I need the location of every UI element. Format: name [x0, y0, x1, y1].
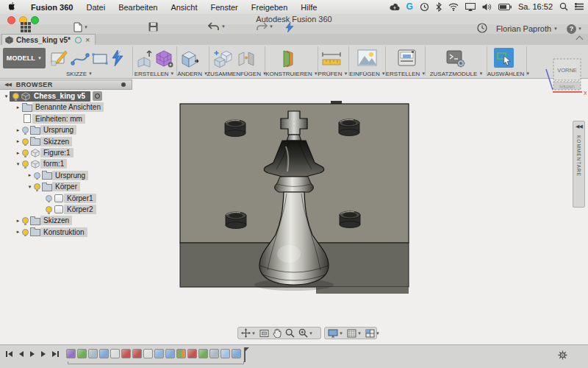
expand-triangle-icon[interactable]: ▾ — [15, 161, 21, 167]
menu-item-bearbeiten[interactable]: Bearbeiten — [112, 3, 164, 12]
timeline-feature-revolve[interactable] — [187, 349, 197, 358]
expand-triangle-icon[interactable]: ▸ — [15, 218, 21, 224]
browser-panel-header[interactable]: ◀◀ BROWSER — [0, 79, 132, 90]
timeline-feature-extrude[interactable] — [209, 349, 219, 358]
apple-menu-icon[interactable] — [9, 2, 17, 12]
expand-triangle-icon[interactable]: ▸ — [15, 127, 21, 133]
browser-item-figure-1[interactable]: ▸Figure:1 — [15, 147, 74, 158]
job-status-icon[interactable] — [477, 23, 487, 35]
visibility-bulb-icon[interactable] — [22, 217, 29, 224]
menu-item-fusion-360[interactable]: Fusion 360 — [24, 3, 79, 12]
timeline-feature-sketch[interactable] — [77, 349, 87, 358]
browser-item-chess_king-v5[interactable]: ▾Chess_king v5 — [3, 91, 102, 102]
timeline-go-end-button[interactable] — [52, 351, 59, 357]
logitech-g-icon[interactable]: G — [406, 2, 413, 11]
timeline-feature-extrude[interactable] — [88, 349, 98, 358]
select-tool-icon[interactable] — [494, 48, 514, 68]
wifi-icon[interactable] — [448, 3, 459, 11]
viewports-button[interactable]: ▼ — [365, 329, 380, 338]
timeline-feature-fillet[interactable] — [220, 349, 230, 358]
timeline-feature-mirror[interactable] — [176, 349, 186, 358]
undo-button[interactable]: ▼ — [208, 22, 226, 31]
browser-item-ursprung[interactable]: ▸Ursprung — [26, 170, 88, 181]
browser-item-skizzen[interactable]: ▸Skizzen — [15, 215, 72, 226]
zoom-button[interactable] — [285, 328, 295, 338]
redo-button[interactable]: ▼ — [256, 22, 273, 31]
form-icon[interactable] — [154, 49, 173, 71]
dropbox-cloud-icon[interactable] — [390, 3, 400, 11]
timeline-feature-sketch-red[interactable] — [132, 349, 142, 358]
timeline-position-marker[interactable] — [242, 347, 248, 362]
browser-item-körper1[interactable]: Körper1 — [38, 193, 96, 204]
timeline-feature-box[interactable] — [143, 349, 153, 358]
group-skizze[interactable]: SKIZZE▼ — [54, 70, 104, 77]
browser-item-körper2[interactable]: Körper2 — [38, 204, 96, 215]
addins-icon[interactable] — [445, 49, 466, 71]
battery-icon[interactable] — [498, 4, 512, 10]
expand-triangle-icon[interactable]: ▾ — [26, 184, 33, 190]
data-panel-button[interactable] — [21, 22, 31, 32]
timeline-feature-form[interactable] — [66, 349, 76, 358]
joint-icon[interactable] — [237, 49, 256, 71]
rectangle-tool-icon[interactable] — [91, 52, 109, 69]
measure-icon[interactable] — [320, 51, 343, 70]
group-zusatzmodule[interactable]: ZUSATZMODULE▼ — [429, 70, 484, 77]
user-menu[interactable]: Florian Paproth▼ — [496, 24, 558, 33]
expand-triangle-icon[interactable]: ▸ — [15, 105, 21, 110]
timeline-feature-extrude[interactable] — [165, 349, 175, 358]
comments-panel-tab[interactable]: ◀◀ KOMMENTARE — [573, 121, 585, 208]
group-konstruieren[interactable]: KONSTRUIEREN▼ — [266, 70, 318, 77]
timeline-feature-box[interactable] — [110, 349, 120, 358]
tab-close-icon[interactable]: × — [85, 36, 90, 44]
press-pull-icon[interactable] — [179, 49, 200, 71]
time-machine-icon[interactable] — [420, 2, 429, 12]
spline-icon[interactable] — [71, 52, 90, 69]
spotlight-icon[interactable] — [559, 2, 568, 11]
expand-triangle-icon[interactable]: ▸ — [15, 150, 21, 156]
browser-item-konstruktion[interactable]: ▸Konstruktion — [15, 227, 87, 238]
browser-item-einheiten-mm[interactable]: Einheiten: mm — [15, 113, 85, 124]
browser-item-skizzen[interactable]: ▸Skizzen — [15, 136, 72, 147]
timeline-play-button[interactable] — [30, 351, 35, 357]
expand-triangle-icon[interactable]: ▾ — [3, 93, 10, 99]
timeline-feature-extrude[interactable] — [232, 349, 241, 358]
visibility-bulb-icon[interactable] — [46, 195, 52, 202]
workspace-selector[interactable]: MODELL▼ — [3, 48, 46, 68]
new-component-icon[interactable] — [213, 49, 232, 71]
group-erstellen-make[interactable]: ERSTELLEN▼ — [385, 70, 426, 77]
menu-item-ansicht[interactable]: Ansicht — [164, 3, 204, 12]
look-at-button[interactable] — [259, 329, 269, 338]
document-tab[interactable]: Chess_king v5* × — [1, 34, 96, 45]
menu-item-freigeben[interactable]: Freigeben — [245, 3, 295, 12]
timeline-feature-extrude[interactable] — [154, 349, 164, 358]
timeline-step-forward-button[interactable] — [41, 351, 46, 357]
viewport-3d[interactable] — [179, 101, 411, 297]
sketch-bolt-icon[interactable] — [110, 49, 125, 70]
grid-snap-button[interactable]: ▼ — [347, 329, 362, 338]
expand-triangle-icon[interactable]: ▸ — [15, 138, 21, 144]
visibility-bulb-icon[interactable] — [46, 206, 52, 213]
menu-item-datei[interactable]: Datei — [79, 3, 112, 12]
group-aendern[interactable]: ÄNDERN▼ — [175, 70, 210, 77]
timeline-feature-sketch[interactable] — [198, 349, 208, 358]
browser-collapse-icon[interactable]: ◀◀ — [4, 82, 11, 88]
browser-item-ursprung[interactable]: ▸Ursprung — [15, 124, 76, 135]
visibility-bulb-icon[interactable] — [34, 172, 40, 179]
fit-zoom-button[interactable]: ▼ — [298, 328, 313, 338]
expand-triangle-icon[interactable]: ▸ — [15, 229, 21, 235]
pan-button[interactable] — [273, 328, 282, 338]
sync-status-icon[interactable] — [285, 22, 294, 32]
new-file-button[interactable]: ▼ — [74, 22, 88, 32]
insert-image-icon[interactable] — [357, 49, 377, 70]
activate-component-radio[interactable] — [93, 91, 102, 101]
group-auswaehlen[interactable]: AUSWÄHLEN▼ — [487, 70, 531, 77]
timeline-go-start-button[interactable] — [6, 351, 12, 357]
orbit-button[interactable]: ▼ — [241, 328, 256, 338]
comments-expand-icon[interactable]: ◀◀ — [576, 124, 582, 130]
visibility-bulb-icon[interactable] — [22, 160, 29, 167]
expand-triangle-icon[interactable]: ▸ — [26, 172, 33, 178]
help-menu[interactable]: ?▼ — [567, 24, 582, 34]
notification-center-icon[interactable] — [575, 3, 584, 10]
make-3d-print-icon[interactable] — [397, 49, 417, 71]
group-pruefen[interactable]: PRÜFEN▼ — [316, 70, 350, 77]
